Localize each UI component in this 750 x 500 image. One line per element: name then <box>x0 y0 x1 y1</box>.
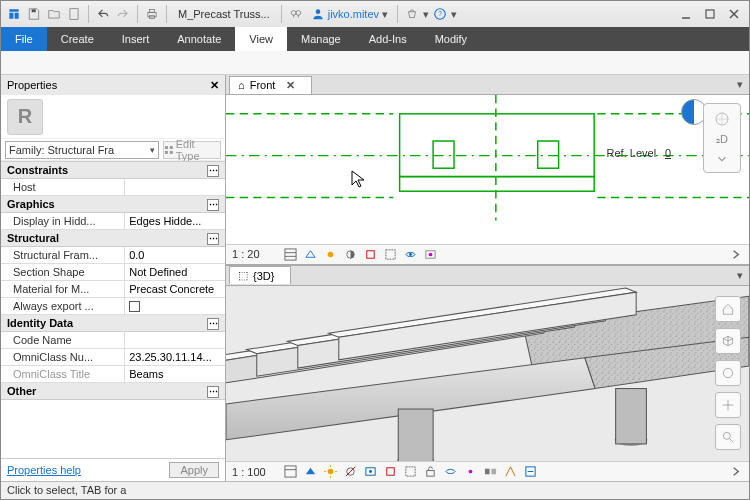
view-tab-front[interactable]: ⌂ Front ✕ <box>229 76 312 94</box>
apply-button[interactable]: Apply <box>169 462 219 478</box>
prop-value[interactable]: Precast Concrete <box>124 281 225 297</box>
qat-print-icon[interactable] <box>143 5 161 23</box>
prop-row[interactable]: Display in Hidd...Edges Hidde... <box>1 213 225 230</box>
edit-type-button[interactable]: Edit Type <box>163 141 221 159</box>
ribbon-tab-annotate[interactable]: Annotate <box>163 27 235 51</box>
expand-icon[interactable]: ⋯ <box>207 386 219 398</box>
prop-value[interactable]: 0.0 <box>124 247 225 263</box>
unlock-3d-icon[interactable] <box>422 464 438 480</box>
prop-value[interactable]: Edges Hidde... <box>124 213 225 229</box>
prop-value[interactable]: 23.25.30.11.14... <box>124 349 225 365</box>
window-restore-button[interactable] <box>699 5 721 23</box>
ribbon-tab-view[interactable]: View <box>235 27 287 51</box>
analytical-model-icon[interactable] <box>502 464 518 480</box>
chevron-right-icon[interactable] <box>727 246 743 262</box>
window-minimize-button[interactable] <box>675 5 697 23</box>
prop-row[interactable]: Structural Fram...0.0 <box>1 247 225 264</box>
worksharing-display-icon[interactable] <box>482 464 498 480</box>
svg-point-63 <box>468 470 472 474</box>
crop-view-icon[interactable] <box>382 464 398 480</box>
prop-value[interactable] <box>124 298 225 314</box>
qat-open-icon[interactable] <box>45 5 63 23</box>
prop-value[interactable]: Not Defined <box>124 264 225 280</box>
home-view-icon[interactable] <box>715 296 741 322</box>
app-menu-button[interactable] <box>5 5 23 23</box>
expand-icon[interactable]: ⋯ <box>207 318 219 330</box>
prop-row[interactable]: Always export ... <box>1 298 225 315</box>
expand-icon[interactable]: ⋯ <box>207 233 219 245</box>
app-store-icon[interactable] <box>403 5 421 23</box>
view-cube-panel[interactable]: ₂D <box>703 103 741 173</box>
ribbon-tab-insert[interactable]: Insert <box>108 27 164 51</box>
checkbox[interactable] <box>129 301 140 312</box>
full-nav-wheel-icon[interactable] <box>715 360 741 386</box>
prop-row[interactable]: OmniClass TitleBeams <box>1 366 225 383</box>
user-account-button[interactable]: jivko.mitev ▾ <box>307 7 392 21</box>
reveal-hidden-icon[interactable] <box>422 246 438 262</box>
zoom-icon[interactable] <box>715 424 741 450</box>
prop-row[interactable]: Material for M...Precast Concrete <box>1 281 225 298</box>
prop-row[interactable]: Host <box>1 179 225 196</box>
crop-view-icon[interactable] <box>362 246 378 262</box>
svg-text:?: ? <box>438 10 442 17</box>
help-icon[interactable]: ? <box>431 5 449 23</box>
window-close-button[interactable] <box>723 5 745 23</box>
view-tab-3d[interactable]: ⬚ {3D} <box>229 266 291 284</box>
ribbon-tab-create[interactable]: Create <box>47 27 108 51</box>
detail-level-icon[interactable] <box>282 246 298 262</box>
ribbon-tab-modify[interactable]: Modify <box>421 27 481 51</box>
palette-close-button[interactable]: ✕ <box>210 79 219 92</box>
qat-save-icon[interactable] <box>25 5 43 23</box>
expand-icon[interactable]: ⋯ <box>207 165 219 177</box>
type-selector-dropdown[interactable]: Family: Structural Fra ▾ <box>5 141 159 159</box>
3d-view-canvas[interactable] <box>226 286 749 461</box>
view-scale-button[interactable]: 1 : 20 <box>232 248 278 260</box>
front-view-canvas[interactable]: Ref. Level 0 ₂D <box>226 95 749 244</box>
sun-path-icon[interactable] <box>322 464 338 480</box>
view-tab-menu-button[interactable]: ▾ <box>737 78 743 91</box>
sun-path-icon[interactable] <box>322 246 338 262</box>
qat-new-icon[interactable] <box>65 5 83 23</box>
prop-row[interactable]: OmniClass Nu...23.25.30.11.14... <box>1 349 225 366</box>
temp-hide-icon[interactable] <box>442 464 458 480</box>
view-tab-close-button[interactable]: ✕ <box>286 79 295 92</box>
crop-region-icon[interactable] <box>382 246 398 262</box>
shadows-off-icon[interactable] <box>342 464 358 480</box>
ribbon-tab-file[interactable]: File <box>1 27 47 51</box>
svg-rect-23 <box>400 177 595 192</box>
detail-level-icon[interactable] <box>282 464 298 480</box>
qat-redo-icon[interactable] <box>114 5 132 23</box>
properties-help-link[interactable]: Properties help <box>7 464 81 476</box>
prop-category[interactable]: Identity Data⋯ <box>1 315 225 332</box>
view-tab-menu-button-3d[interactable]: ▾ <box>737 269 743 282</box>
visual-style-icon[interactable] <box>302 464 318 480</box>
pan-icon[interactable] <box>715 392 741 418</box>
crop-region-visible-icon[interactable] <box>402 464 418 480</box>
shadows-icon[interactable] <box>342 246 358 262</box>
prop-category[interactable]: Constraints⋯ <box>1 162 225 179</box>
ribbon-tab-addins[interactable]: Add-Ins <box>355 27 421 51</box>
prop-value[interactable]: Beams <box>124 366 225 382</box>
prop-value[interactable] <box>124 179 225 195</box>
chevron-right-icon[interactable] <box>727 464 743 480</box>
visual-style-icon[interactable] <box>302 246 318 262</box>
search-button[interactable] <box>287 5 305 23</box>
prop-value[interactable] <box>124 332 225 348</box>
prop-category[interactable]: Graphics⋯ <box>1 196 225 213</box>
chevron-down-icon[interactable] <box>715 152 729 166</box>
reveal-hidden-icon[interactable] <box>462 464 478 480</box>
show-render-icon[interactable] <box>362 464 378 480</box>
prop-row[interactable]: Code Name <box>1 332 225 349</box>
hide-isolate-icon[interactable] <box>402 246 418 262</box>
qat-undo-icon[interactable] <box>94 5 112 23</box>
prop-row[interactable]: Section ShapeNot Defined <box>1 264 225 281</box>
prop-name: Host <box>1 179 124 195</box>
reveal-constraints-icon[interactable] <box>522 464 538 480</box>
viewcube-icon[interactable] <box>715 328 741 354</box>
expand-icon[interactable]: ⋯ <box>207 199 219 211</box>
prop-category[interactable]: Structural⋯ <box>1 230 225 247</box>
prop-category[interactable]: Other⋯ <box>1 383 225 400</box>
ribbon-tab-manage[interactable]: Manage <box>287 27 355 51</box>
view-scale-button-3d[interactable]: 1 : 100 <box>232 466 278 478</box>
nav-2d-icon[interactable]: ₂D <box>716 133 728 146</box>
